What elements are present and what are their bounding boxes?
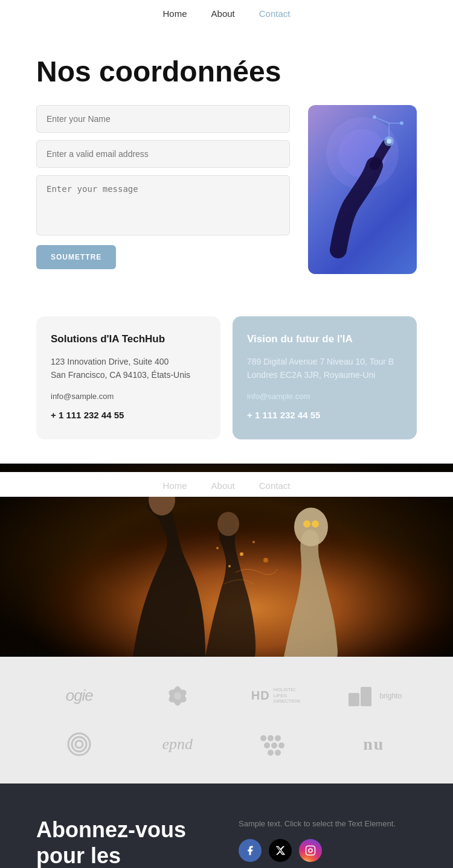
footer-top: Abonnez-vous pour les dernières mises à … <box>36 817 417 868</box>
instagram-icon[interactable] <box>299 839 322 862</box>
hero-nav: Home About Contact <box>0 472 453 497</box>
footer-title: Abonnez-vous pour les dernières mises à … <box>36 817 214 868</box>
card-2-address: 789 Digital Avenue 7 Niveau 10, Tour B L… <box>247 355 402 382</box>
svg-point-34 <box>264 742 270 748</box>
hero-nav-home[interactable]: Home <box>163 480 187 491</box>
svg-point-30 <box>76 741 83 748</box>
hero-nav-about[interactable]: About <box>211 480 235 491</box>
svg-point-13 <box>217 512 239 536</box>
logo-nu: nu <box>363 735 384 754</box>
svg-point-3 <box>387 139 391 144</box>
email-input[interactable] <box>36 140 290 168</box>
logo-epnd: epnd <box>162 735 193 753</box>
svg-point-25 <box>174 692 181 700</box>
contact-hero-image <box>308 105 417 274</box>
message-input[interactable] <box>36 175 290 235</box>
logo-flower <box>162 681 193 711</box>
card-1: Solutions d'IA TechHub 123 Innovation Dr… <box>36 316 220 439</box>
svg-point-31 <box>260 735 266 741</box>
svg-point-21 <box>216 547 219 549</box>
logo-rings <box>64 729 94 759</box>
svg-point-38 <box>275 750 281 756</box>
card-2: Vision du futur de l'IA 789 Digital Aven… <box>233 316 417 439</box>
submit-button[interactable]: SOUMETTRE <box>36 245 116 269</box>
svg-rect-26 <box>349 693 359 706</box>
svg-point-29 <box>72 737 86 752</box>
hero-image-section: Home About Contact <box>0 464 453 657</box>
logo-brighto: brighto <box>345 681 402 711</box>
footer-right: Sample text. Click to select the Text El… <box>239 817 417 868</box>
svg-point-17 <box>240 552 243 556</box>
name-input[interactable] <box>36 105 290 133</box>
svg-point-14 <box>294 508 328 546</box>
svg-point-36 <box>278 742 284 748</box>
logo-hd: HD HOLISTICLIFESDIRECTION <box>251 687 300 704</box>
svg-point-19 <box>228 565 231 567</box>
svg-point-20 <box>263 558 268 563</box>
svg-point-33 <box>275 735 281 741</box>
contact-title: Nos coordonnées <box>36 55 338 88</box>
hero-nav-contact[interactable]: Contact <box>259 480 291 491</box>
social-icons <box>239 839 417 862</box>
svg-point-35 <box>271 742 277 748</box>
footer-sample-text: Sample text. Click to select the Text El… <box>239 819 417 828</box>
svg-point-40 <box>309 849 312 852</box>
svg-point-16 <box>312 520 319 528</box>
svg-rect-39 <box>306 846 315 855</box>
svg-point-8 <box>373 115 376 119</box>
robot-hand-illustration <box>308 105 417 274</box>
facebook-icon[interactable] <box>239 839 262 862</box>
card-2-email: info@sample.com <box>247 391 402 403</box>
twitter-x-icon[interactable] <box>269 839 292 862</box>
nav-home[interactable]: Home <box>163 8 187 19</box>
card-1-email: info@sample.com <box>51 391 206 403</box>
logo-ogie: ogie <box>66 686 93 705</box>
svg-point-37 <box>268 750 274 756</box>
svg-point-18 <box>252 541 255 543</box>
footer-left: Abonnez-vous pour les dernières mises à … <box>36 817 214 868</box>
svg-point-15 <box>303 520 310 528</box>
nav-contact[interactable]: Contact <box>259 8 291 19</box>
card-1-title: Solutions d'IA TechHub <box>51 333 206 345</box>
svg-point-7 <box>400 121 403 125</box>
contact-layout: SOUMETTRE <box>36 105 417 274</box>
card-2-phone: + 1 111 232 44 55 <box>247 408 402 423</box>
logos-section: ogie HD HOLISTICLIFESDIRECTION brighto <box>0 657 453 783</box>
svg-rect-27 <box>361 687 371 706</box>
card-1-address: 123 Innovation Drive, Suite 400 San Fran… <box>51 355 206 382</box>
card-1-phone: + 1 111 232 44 55 <box>51 408 206 423</box>
contact-section: Nos coordonnées SOUMETTRE <box>0 25 453 304</box>
svg-point-41 <box>313 847 313 848</box>
nav-about[interactable]: About <box>211 8 235 19</box>
footer-section: Abonnez-vous pour les dernières mises à … <box>0 783 453 868</box>
address-cards: Solutions d'IA TechHub 123 Innovation Dr… <box>0 304 453 464</box>
contact-form: SOUMETTRE <box>36 105 290 274</box>
top-nav: Home About Contact <box>0 0 453 25</box>
svg-point-32 <box>268 735 274 741</box>
card-2-title: Vision du futur de l'IA <box>247 333 402 345</box>
logo-dots <box>257 732 294 756</box>
